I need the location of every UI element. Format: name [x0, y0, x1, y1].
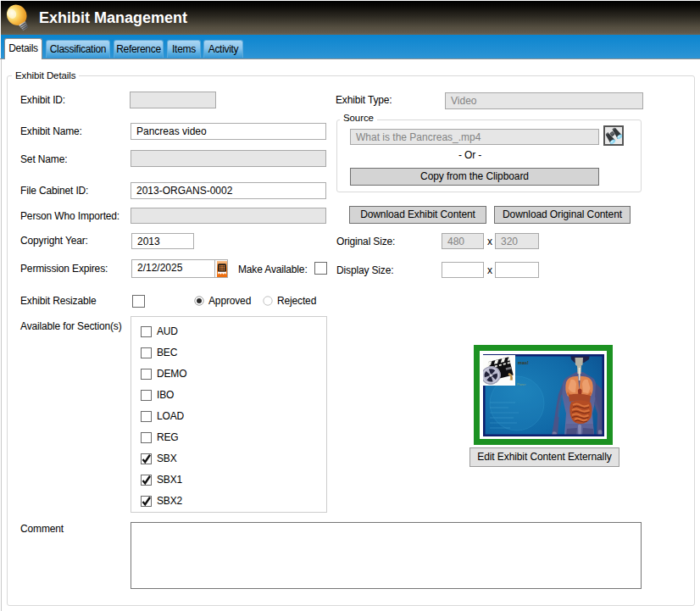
svg-text:mas!: mas! — [518, 360, 529, 365]
svg-text:Pancr: Pancr — [517, 382, 526, 386]
